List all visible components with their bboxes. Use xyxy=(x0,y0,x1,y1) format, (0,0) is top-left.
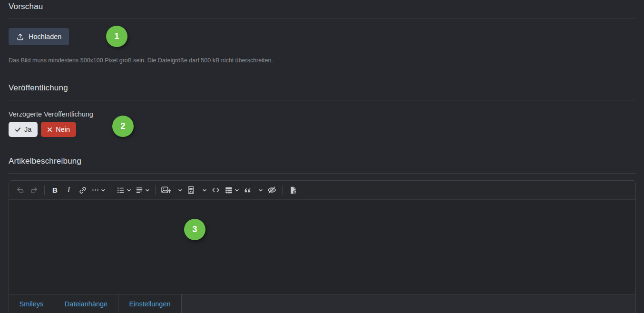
image-upload-split-icon[interactable] xyxy=(159,184,185,197)
tab-einstellungen-label: Einstellungen xyxy=(129,300,170,308)
delayed-publishing-label: Verzögerte Veröffentlichung xyxy=(9,110,93,118)
step-badge-2-value: 2 xyxy=(120,121,125,131)
table-dropdown-icon[interactable] xyxy=(223,184,241,197)
more-options-dropdown-icon[interactable] xyxy=(89,184,107,197)
template-code-split-icon[interactable] xyxy=(185,184,209,197)
section-title-veroeffentlichung: Veröffentlichung xyxy=(9,83,68,93)
chevron-down-icon xyxy=(145,188,150,193)
tab-dateianhaenge[interactable]: Dateianhänge xyxy=(54,294,118,313)
chevron-down-icon xyxy=(178,188,183,193)
bold-icon[interactable]: B xyxy=(48,184,62,197)
chevron-down-icon xyxy=(202,188,207,193)
spoiler-eye-slash-icon[interactable] xyxy=(265,184,279,197)
step-badge-3-value: 3 xyxy=(192,225,197,235)
toolbar-separator xyxy=(44,186,45,195)
delayed-publishing-toggle: Ja Nein xyxy=(9,122,76,137)
upload-help-text: Das Bild muss mindestens 500x100 Pixel g… xyxy=(9,57,273,64)
alignment-dropdown-icon[interactable] xyxy=(133,184,152,197)
step-badge-1: 1 xyxy=(106,26,127,47)
chevron-down-icon xyxy=(101,188,106,193)
undo-icon[interactable] xyxy=(13,184,27,197)
divider xyxy=(9,19,636,19)
rich-text-editor: B I xyxy=(9,180,636,313)
tab-dateianhaenge-label: Dateianhänge xyxy=(65,300,107,308)
editor-tab-bar: Smileys Dateianhänge Einstellungen xyxy=(9,294,635,313)
toolbar-separator xyxy=(155,186,156,195)
article-edit-form: Vorschau Hochladen 1 Das Bild muss minde… xyxy=(0,0,644,313)
section-title-artikelbeschreibung: Artikelbeschreibung xyxy=(9,156,81,166)
yes-button[interactable]: Ja xyxy=(9,122,38,137)
no-button-label: Nein xyxy=(56,126,70,133)
divider xyxy=(9,173,636,174)
step-badge-1-value: 1 xyxy=(114,31,119,41)
chevron-down-icon xyxy=(258,188,263,193)
quote-split-icon[interactable] xyxy=(241,184,265,197)
chevron-down-icon xyxy=(127,188,131,193)
section-title-vorschau: Vorschau xyxy=(9,2,43,11)
toolbar-separator xyxy=(111,186,111,195)
chevron-down-icon xyxy=(234,188,239,193)
editor-toolbar: B I xyxy=(9,181,635,200)
toolbar-separator xyxy=(282,186,283,195)
tab-einstellungen[interactable]: Einstellungen xyxy=(118,294,182,313)
no-button[interactable]: Nein xyxy=(41,122,76,137)
divider xyxy=(9,100,636,100)
split-divider xyxy=(198,186,198,194)
check-icon xyxy=(15,127,21,133)
step-badge-2: 2 xyxy=(112,116,134,137)
italic-icon[interactable]: I xyxy=(62,184,76,197)
step-badge-3: 3 xyxy=(184,219,205,240)
redo-icon[interactable] xyxy=(27,184,41,197)
split-divider xyxy=(254,186,254,194)
editor-content-area[interactable] xyxy=(9,200,635,294)
upload-button-label: Hochladen xyxy=(29,33,61,40)
split-divider xyxy=(174,186,174,194)
bullet-list-dropdown-icon[interactable] xyxy=(115,184,133,197)
link-icon[interactable] xyxy=(76,184,89,197)
yes-button-label: Ja xyxy=(24,126,31,133)
attach-file-icon[interactable] xyxy=(286,184,300,197)
tab-smileys[interactable]: Smileys xyxy=(9,294,54,313)
tab-bar-spacer xyxy=(182,294,635,313)
x-icon xyxy=(47,127,52,132)
upload-icon xyxy=(16,33,24,41)
source-code-icon[interactable] xyxy=(209,184,223,197)
tab-smileys-label: Smileys xyxy=(20,300,44,308)
upload-button[interactable]: Hochladen xyxy=(9,28,69,45)
